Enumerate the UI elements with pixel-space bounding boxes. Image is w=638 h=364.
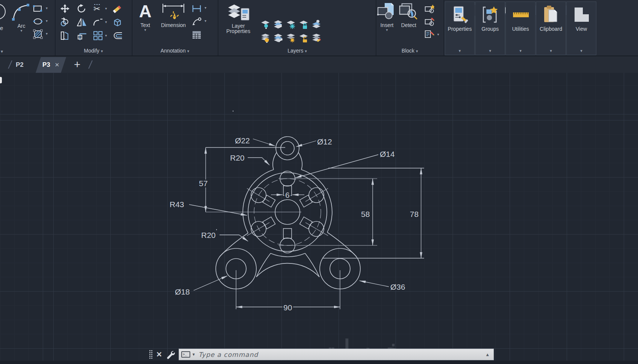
rectangle-tool[interactable]: [33, 4, 43, 14]
tab-separator-2: [88, 60, 93, 69]
tab-close-icon[interactable]: ✕: [55, 62, 60, 68]
view-label: View: [567, 26, 596, 32]
rectangle-icon: [33, 5, 43, 12]
panel-properties[interactable]: Properties ▾: [445, 2, 475, 55]
rotate-tool[interactable]: [77, 4, 87, 14]
fillet-dropdown[interactable]: ▾: [105, 20, 107, 24]
layer-lock-icon: [299, 20, 308, 29]
create-block-icon: [424, 4, 434, 14]
copy-tool[interactable]: [60, 17, 70, 27]
view-dropdown[interactable]: ▾: [567, 48, 596, 53]
layer-freeze-tool[interactable]: [286, 20, 296, 29]
annotation-panel-label[interactable]: Annotation▾: [132, 48, 217, 54]
layer-thaw-tool[interactable]: [273, 33, 283, 43]
hatch-icon: [33, 29, 43, 39]
layer-thaw-all-icon: [286, 33, 296, 43]
leader-tool[interactable]: [192, 17, 202, 26]
detect-button[interactable]: Detect: [398, 2, 419, 28]
erase-tool[interactable]: [113, 4, 122, 14]
array-dropdown[interactable]: ▾: [105, 33, 107, 38]
recent-commands-dropdown[interactable]: ▼: [192, 352, 196, 356]
draw-panel-dropdown[interactable]: ▾: [1, 49, 3, 54]
edit-block-tool[interactable]: [424, 17, 434, 26]
array-tool[interactable]: [93, 31, 103, 41]
trim-tool[interactable]: ✂: [93, 4, 103, 14]
linear-dim-dropdown[interactable]: ▾: [205, 6, 206, 10]
insert-icon: [377, 2, 397, 21]
layer-on-tool[interactable]: [260, 33, 270, 43]
layer-lock-tool[interactable]: [299, 20, 308, 29]
command-input[interactable]: >_ ▼ Type a command ▲: [179, 349, 494, 360]
table-tool[interactable]: [192, 30, 202, 40]
explode-tool[interactable]: [113, 17, 122, 27]
rotate-icon: [77, 4, 87, 14]
command-drag-grip-icon[interactable]: [149, 350, 152, 359]
svg-text:✂: ✂: [93, 4, 100, 14]
properties-dropdown[interactable]: ▾: [445, 48, 474, 53]
leader-icon: [192, 17, 202, 26]
rectangle-dropdown[interactable]: ▾: [46, 6, 48, 10]
block-panel-label[interactable]: Block▾: [376, 48, 443, 54]
explode-icon: [113, 17, 122, 27]
layer-isolate-tool[interactable]: [311, 20, 321, 29]
create-block-tool[interactable]: [424, 4, 434, 14]
panel-layers: Layer Properties 0 ▼ Layers▾: [218, 0, 375, 56]
layers-panel-label[interactable]: Layers▾: [260, 48, 335, 54]
layer-properties-button[interactable]: Layer Properties: [223, 2, 254, 34]
hatch-tool[interactable]: [33, 29, 43, 39]
text-dropdown[interactable]: ▾: [135, 28, 156, 32]
hatch-dropdown[interactable]: ▾: [46, 32, 48, 36]
mirror-tool[interactable]: [77, 17, 87, 27]
tab-p2[interactable]: P2: [16, 57, 24, 73]
text-button[interactable]: A Text ▾: [135, 2, 156, 32]
tab-p3[interactable]: P3✕: [36, 57, 66, 73]
customize-wrench-icon[interactable]: [166, 350, 175, 359]
clipboard-dropdown[interactable]: ▾: [536, 48, 566, 53]
move-tool[interactable]: [60, 4, 70, 14]
groups-label: Groups: [475, 26, 505, 32]
erase-icon: [113, 4, 122, 14]
drawing-canvas[interactable]: [0, 73, 638, 364]
ellipse-tool[interactable]: [33, 17, 43, 26]
layer-off-tool[interactable]: [260, 20, 270, 29]
arc-button[interactable]: Arc ▾: [11, 2, 32, 33]
insert-dropdown[interactable]: ▾: [376, 28, 397, 32]
table-icon: [192, 30, 202, 39]
circle-tool-icon[interactable]: [0, 3, 6, 20]
layer-make-current-tool[interactable]: [273, 20, 283, 29]
arc-dropdown[interactable]: ▾: [11, 29, 32, 33]
command-prompt-icon: >_: [181, 351, 190, 358]
ellipse-dropdown[interactable]: ▾: [46, 19, 48, 23]
layer-make-current-icon: [273, 20, 283, 29]
layer-unlock-tool[interactable]: [299, 33, 308, 43]
panel-groups[interactable]: Groups ▾: [475, 2, 505, 55]
layer-properties-icon: [227, 2, 250, 22]
modify-panel-label[interactable]: Modify▾: [56, 48, 131, 54]
block-attributes-tool[interactable]: [424, 29, 434, 39]
dimension-button[interactable]: Dimension: [157, 2, 190, 28]
command-close-icon[interactable]: ✕: [156, 350, 162, 359]
panel-clipboard[interactable]: Clipboard ▾: [536, 2, 566, 55]
groups-dropdown[interactable]: ▾: [475, 48, 505, 53]
properties-label: Properties: [445, 26, 474, 32]
command-history-toggle[interactable]: ▲: [485, 352, 491, 357]
leader-dropdown[interactable]: ▾: [205, 19, 206, 23]
layer-match-tool[interactable]: [311, 33, 321, 43]
offset-tool[interactable]: [113, 31, 122, 41]
fillet-tool[interactable]: [93, 17, 103, 27]
trim-dropdown[interactable]: ▾: [105, 6, 107, 11]
text-icon: A: [135, 2, 156, 21]
detect-icon: [399, 2, 418, 21]
stretch-tool[interactable]: [60, 31, 70, 41]
block-attributes-dropdown[interactable]: ▾: [437, 32, 439, 36]
new-tab-button[interactable]: +: [74, 58, 81, 71]
layer-thaw-all-tool[interactable]: [286, 33, 296, 43]
layer-off-icon: [260, 20, 270, 29]
utilities-dropdown[interactable]: ▾: [506, 48, 535, 53]
insert-button[interactable]: Insert ▾: [376, 2, 397, 32]
panel-view[interactable]: View ▾: [566, 2, 596, 55]
linear-dim-tool[interactable]: [192, 4, 202, 14]
panel-utilities[interactable]: Utilities ▾: [506, 2, 536, 55]
scale-tool[interactable]: [77, 31, 87, 41]
copy-icon: [60, 17, 70, 27]
